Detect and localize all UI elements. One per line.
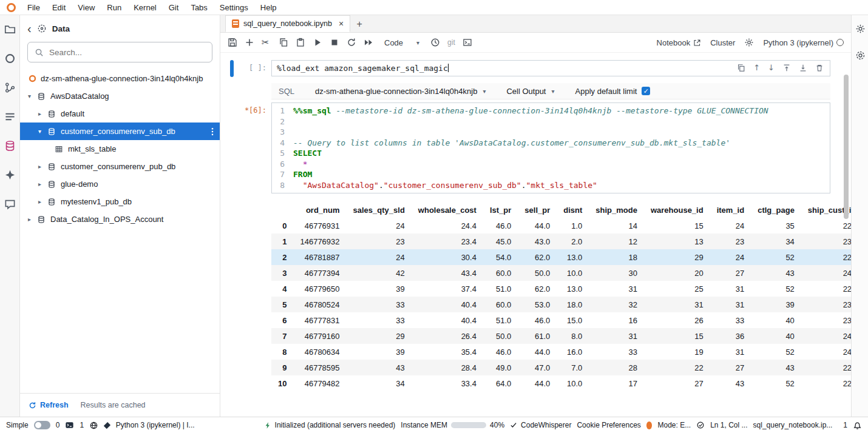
cell-type-dropdown[interactable]: Code ▾	[381, 38, 423, 47]
menu-item-run[interactable]: Run	[101, 3, 127, 12]
sql-code-editor[interactable]: 12345678 %%sm_sql --metastore-id dz-sm-a…	[271, 102, 830, 193]
new-tab-button[interactable]: +	[350, 16, 368, 32]
chevron-right-icon[interactable]: ▸	[36, 163, 43, 170]
kernel-status-text[interactable]: Python 3 (ipykernel) | I...	[116, 421, 195, 429]
close-tab-icon[interactable]: ×	[339, 19, 344, 29]
cursor-position[interactable]: Ln 1, Col ...	[710, 421, 747, 429]
limit-checkbox[interactable]: ✓	[642, 87, 650, 95]
menu-item-file[interactable]: File	[21, 3, 46, 12]
settings-gear-icon[interactable]	[744, 38, 754, 47]
history-clock-icon[interactable]	[430, 38, 440, 47]
code-cell-1[interactable]: [ ]: %load_ext amazon_sagemaker_sql_magi…	[230, 60, 830, 77]
kebab-menu-icon[interactable]	[211, 127, 214, 136]
cell: 19	[644, 344, 710, 360]
tree-item-label: AwsDataCatalog	[50, 92, 109, 101]
restart-kernel-icon[interactable]	[347, 38, 356, 47]
git-icon[interactable]	[4, 82, 16, 93]
table-of-contents-icon[interactable]	[4, 111, 16, 123]
chevron-right-icon[interactable]: ▸	[36, 181, 43, 187]
copy-cells-icon[interactable]	[279, 38, 288, 47]
sidebar-header: ‹ Data	[20, 15, 220, 42]
menu-item-help[interactable]: Help	[254, 3, 283, 12]
cell: 33	[710, 312, 751, 328]
kernel-selector[interactable]: Python 3 (ipykernel)	[763, 38, 844, 47]
chevron-down-icon: ▾	[551, 88, 554, 95]
cell: 223	[801, 249, 851, 265]
extensions-icon[interactable]	[4, 169, 16, 181]
move-cell-up-icon[interactable]: ↑	[753, 64, 760, 72]
search-input[interactable]	[49, 48, 205, 57]
mode-indicator[interactable]: Mode: E...	[657, 421, 691, 429]
delete-cell-icon[interactable]	[815, 64, 824, 72]
active-file-name[interactable]: sql_query_notebook.ip...	[753, 421, 833, 429]
search-box[interactable]	[27, 42, 212, 62]
notification-count[interactable]: 1	[843, 421, 847, 429]
tree-item-customer-consumerenv-sub-db[interactable]: ▾ customer_consumerenv_sub_db	[20, 123, 220, 140]
move-cell-down-icon[interactable]: ↓	[768, 64, 775, 72]
insert-cell-below-icon[interactable]	[799, 64, 807, 72]
tree-item-customer-consumerenv-pub-db[interactable]: ▸ customer_consumerenv_pub_db	[20, 158, 220, 175]
notebook-link[interactable]: Notebook	[657, 38, 702, 47]
tab-sql-query-notebook[interactable]: sql_query_notebook.ipynb ×	[225, 15, 350, 32]
cell-collapser[interactable]	[230, 60, 234, 77]
chevron-right-icon[interactable]: ▸	[36, 110, 43, 117]
restart-run-all-icon[interactable]	[364, 38, 373, 47]
cell-collapser[interactable]	[230, 83, 234, 89]
terminal-icon[interactable]	[65, 421, 74, 429]
terminals-count[interactable]: 0	[56, 421, 60, 429]
running-sessions-icon[interactable]	[4, 53, 16, 64]
language-globe-icon[interactable]	[89, 421, 98, 430]
open-console-icon[interactable]	[463, 38, 472, 47]
apply-default-limit[interactable]: Apply default limit ✓	[575, 87, 651, 96]
chevron-right-icon[interactable]: ▸	[36, 198, 43, 205]
kernel-diamond-icon[interactable]	[104, 421, 110, 428]
sql-cell[interactable]: *[6]: SQL dz-sm-athena-glue-connection-3…	[230, 83, 830, 391]
paste-cells-icon[interactable]	[296, 38, 305, 47]
cluster-link[interactable]: Cluster	[710, 38, 735, 47]
cookie-icon[interactable]	[646, 421, 653, 429]
menu-item-edit[interactable]: Edit	[46, 3, 72, 12]
tree-item-mkt-sls-table[interactable]: mkt_sls_table	[20, 140, 220, 158]
bell-icon[interactable]	[853, 421, 862, 430]
menu-item-kernel[interactable]: Kernel	[127, 3, 163, 12]
tree-item-mytestenv1-pub-db[interactable]: ▸ mytestenv1_pub_db	[20, 193, 220, 210]
tree-item-default[interactable]: ▸ default	[20, 105, 220, 123]
file-browser-icon[interactable]	[4, 24, 16, 35]
insert-cell-above-icon[interactable]	[782, 64, 791, 72]
save-icon[interactable]	[228, 38, 237, 47]
insert-cell-icon[interactable]	[245, 38, 254, 47]
chevron-right-icon[interactable]: ▸	[26, 216, 33, 223]
duplicate-cell-icon[interactable]	[737, 64, 745, 72]
menu-item-view[interactable]: View	[72, 3, 101, 12]
menu-item-git[interactable]: Git	[163, 3, 185, 12]
trusted-icon[interactable]	[696, 421, 705, 429]
settings-gear-icon[interactable]	[855, 24, 865, 33]
tree-item-connection[interactable]: dz-sm-athena-glue-connection-3in14lq0h4k…	[20, 70, 220, 87]
back-chevron-icon[interactable]: ‹	[27, 22, 32, 35]
cell-input[interactable]: %load_ext amazon_sagemaker_sql_magic ↑ ↓	[271, 60, 830, 76]
menu-item-tabs[interactable]: Tabs	[185, 3, 213, 12]
notebook-scrollbar[interactable]	[844, 75, 849, 219]
tree-item-glue-demo[interactable]: ▸ glue-demo	[20, 175, 220, 193]
chat-icon[interactable]	[4, 198, 16, 210]
cell: 43.0	[518, 233, 557, 249]
codewhisperer-status[interactable]: CodeWhisperer	[510, 421, 571, 429]
refresh-button[interactable]: Refresh	[29, 401, 69, 409]
cookie-preferences-link[interactable]: Cookie Preferences	[577, 421, 640, 429]
run-cell-icon[interactable]	[313, 38, 322, 47]
chevron-down-icon[interactable]: ▾	[26, 93, 33, 99]
tree-item-awsdatacatalog[interactable]: ▾ AwsDataCatalog	[20, 87, 220, 105]
cell: 46.0	[483, 344, 518, 360]
connection-dropdown[interactable]: dz-sm-athena-glue-connection-3in14lq0h4k…	[315, 87, 486, 96]
cut-cells-icon[interactable]: ✂	[262, 38, 271, 47]
chevron-down-icon[interactable]: ▾	[36, 128, 43, 135]
simple-mode-toggle[interactable]	[34, 421, 50, 429]
table-row: 11467769322323.445.043.02.01213233423245…	[271, 233, 851, 249]
kernels-count[interactable]: 1	[80, 421, 84, 429]
stop-kernel-icon[interactable]	[330, 38, 339, 47]
output-mode-dropdown[interactable]: Cell Output ▾	[506, 87, 554, 96]
tools-gear-icon[interactable]	[855, 50, 865, 60]
data-catalog-icon[interactable]	[4, 140, 16, 152]
tree-item-data-catalog-in-ops-account[interactable]: ▸ Data_Catalog_In_OPS_Account	[20, 210, 220, 228]
menu-item-settings[interactable]: Settings	[214, 3, 254, 12]
